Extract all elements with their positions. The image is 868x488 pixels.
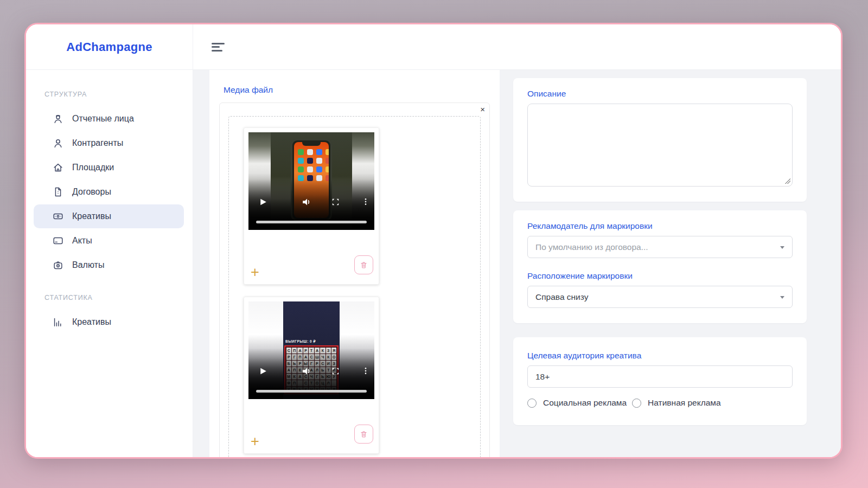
video-progress-bar[interactable] <box>256 390 367 393</box>
chevron-down-icon <box>780 296 784 299</box>
credit-card-icon <box>52 235 64 247</box>
audience-label: Целевая аудитория креатива <box>527 351 793 361</box>
kebab-menu-icon[interactable] <box>360 365 371 376</box>
sidebar-item-label: Отчетные лица <box>72 114 134 124</box>
marking-position-label: Расположение маркировки <box>527 271 793 281</box>
fullscreen-icon[interactable] <box>330 365 341 376</box>
sidebar-item-label: Контрагенты <box>72 138 123 148</box>
hamburger-menu-icon[interactable] <box>212 43 225 52</box>
sidebar-item-platforms[interactable]: Площадки <box>34 156 184 179</box>
video-card-1: + <box>244 127 379 285</box>
add-media-button[interactable]: + <box>251 267 259 278</box>
home-icon <box>52 162 64 174</box>
person-icon <box>52 137 64 149</box>
person-badge-icon <box>52 113 64 125</box>
video-shade <box>248 301 374 399</box>
sidebar-item-acts[interactable]: Акты <box>34 229 184 253</box>
video-card-2: ВЫИГРЫШ: 0 ₽ СПАРТАКЗЯРГПАСШЧКОБЬРЫГРСИЗ… <box>244 297 379 454</box>
advertiser-select[interactable]: По умолчанию из договора... <box>527 236 793 258</box>
topbar <box>193 24 841 70</box>
radio-native-ad[interactable]: Нативная реклама <box>632 398 720 408</box>
delete-media-button[interactable] <box>354 255 373 274</box>
delete-media-button[interactable] <box>354 425 373 444</box>
description-label: Описание <box>527 89 793 99</box>
banknote-icon <box>52 210 64 222</box>
sidebar-item-label: Креативы <box>72 211 111 221</box>
sidebar-item-creatives-stats[interactable]: Креативы <box>34 310 184 334</box>
sidebar-section-structure: СТРУКТУРА <box>26 91 193 98</box>
audience-card: Целевая аудитория креатива Социальная ре… <box>513 337 807 425</box>
marking-card: Рекламодатель для маркировки По умолчани… <box>513 210 807 323</box>
sidebar-item-label: Договоры <box>72 187 111 197</box>
radio-unchecked-icon[interactable] <box>527 399 537 408</box>
volume-icon[interactable] <box>301 365 311 376</box>
trash-icon <box>360 261 368 269</box>
logo-area: AdChampagne <box>26 24 193 70</box>
audience-input[interactable] <box>527 365 793 388</box>
close-icon[interactable]: × <box>480 105 485 113</box>
marking-position-select[interactable]: Справа снизу <box>527 286 793 308</box>
chevron-down-icon <box>780 246 784 249</box>
radio-unchecked-icon[interactable] <box>632 399 641 408</box>
bar-chart-icon <box>52 316 64 328</box>
sidebar-item-label: Креативы <box>72 317 111 327</box>
app-window: AdChampagne СТРУКТУРА Отчетные лица Конт… <box>24 23 843 459</box>
radio-social-ad-label: Социальная реклама <box>543 398 627 408</box>
video-card-footer: + <box>248 255 374 280</box>
sidebar: СТРУКТУРА Отчетные лица Контрагенты Площ… <box>26 70 193 457</box>
app-logo: AdChampagne <box>66 40 152 54</box>
play-icon[interactable] <box>257 365 268 376</box>
kebab-menu-icon[interactable] <box>360 196 371 207</box>
document-icon <box>52 186 64 198</box>
ad-type-radio-group: Социальная реклама Нативная реклама <box>527 398 793 408</box>
money-bag-icon <box>52 259 64 271</box>
radio-social-ad[interactable]: Социальная реклама <box>527 398 627 408</box>
description-textarea[interactable] <box>527 104 793 187</box>
trash-icon <box>360 430 368 439</box>
media-file-label: Медиа файл <box>224 85 490 95</box>
content-area: Медиа файл × <box>193 70 841 457</box>
media-panel: Медиа файл × <box>209 70 500 457</box>
media-upload-card: × <box>219 102 490 457</box>
sidebar-item-label: Площадки <box>72 163 114 172</box>
sidebar-section-statistics: СТАТИСТИКА <box>26 294 193 301</box>
radio-native-ad-label: Нативная реклама <box>648 398 720 408</box>
volume-icon[interactable] <box>301 196 311 207</box>
sidebar-item-label: Валюты <box>72 260 104 270</box>
sidebar-item-creatives[interactable]: Креативы <box>34 204 184 228</box>
sidebar-item-counterparties[interactable]: Контрагенты <box>34 131 184 155</box>
marking-position-select-value: Справа снизу <box>535 292 588 302</box>
add-media-button[interactable]: + <box>251 436 259 447</box>
form-column: Описание Рекламодатель для маркировки По… <box>500 70 841 457</box>
sidebar-item-reporting-persons[interactable]: Отчетные лица <box>34 107 184 131</box>
video-player-2[interactable]: ВЫИГРЫШ: 0 ₽ СПАРТАКЗЯРГПАСШЧКОБЬРЫГРСИЗ… <box>248 301 374 399</box>
video-player-1[interactable] <box>248 132 374 230</box>
fullscreen-icon[interactable] <box>330 196 341 207</box>
video-card-footer: + <box>248 425 374 449</box>
video-shade <box>248 132 374 230</box>
advertiser-select-value: По умолчанию из договора... <box>535 242 648 252</box>
advertiser-label: Рекламодатель для маркировки <box>527 221 793 231</box>
media-dropzone[interactable]: + ВЫИГРЫШ: 0 ₽ СПАРТАКЗЯРГПАСШЧ <box>228 116 481 457</box>
video-progress-bar[interactable] <box>256 221 367 223</box>
play-icon[interactable] <box>257 196 268 207</box>
sidebar-item-contracts[interactable]: Договоры <box>34 180 184 204</box>
sidebar-item-currencies[interactable]: Валюты <box>34 253 184 277</box>
sidebar-item-label: Акты <box>72 236 92 246</box>
description-card: Описание <box>513 78 807 202</box>
